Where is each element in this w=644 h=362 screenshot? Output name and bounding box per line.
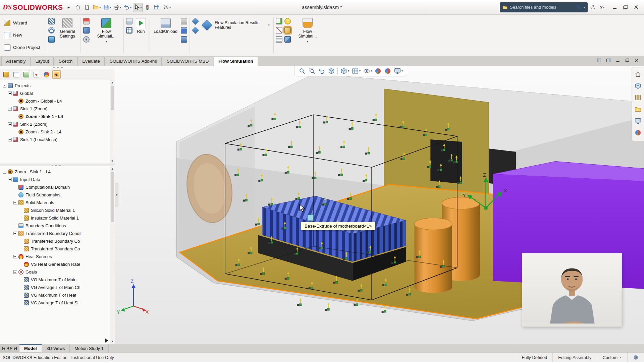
tree-expand-toggle[interactable] — [8, 138, 12, 141]
checker-icon[interactable] — [48, 18, 55, 24]
tree-item[interactable]: Zoom - Sink 2 - L4 — [1, 128, 109, 136]
tree-item[interactable]: Silicon Solid Material 1 — [1, 206, 109, 214]
tree-item[interactable]: Zoom - Global - L4 — [1, 97, 109, 105]
flow-simulation-manager-tab[interactable] — [52, 70, 61, 79]
tree-expand-toggle[interactable] — [8, 107, 12, 111]
apply-scene-button[interactable] — [384, 67, 391, 75]
pane-left-icon[interactable] — [596, 58, 602, 64]
undo-button[interactable]: ▾ — [123, 3, 132, 12]
tree-expand-toggle[interactable] — [3, 170, 6, 174]
featuremanager-tab[interactable] — [2, 70, 10, 79]
tree-item[interactable]: Sink 2 (Zoom) — [1, 120, 109, 128]
zoom-fit-button[interactable] — [299, 67, 306, 75]
tree-expand-toggle[interactable] — [13, 201, 17, 204]
batch-results-icon[interactable] — [181, 36, 187, 43]
load-unload-button[interactable]: Load/Unload — [152, 17, 179, 35]
lightbulb-icon[interactable] — [284, 18, 291, 24]
mesh-icon[interactable] — [126, 27, 132, 34]
zoom-area-button[interactable] — [308, 67, 316, 75]
gauge-icon[interactable] — [48, 27, 55, 34]
hide-show-items-button[interactable]: ▾ — [363, 67, 372, 75]
edit-appearance-button[interactable] — [374, 67, 382, 75]
results-features-button[interactable]: Flow Simulation Results Features ▾ — [201, 17, 271, 31]
tree-item[interactable]: Zoom - Sink 1 - L4 — [1, 113, 109, 120]
open-button[interactable]: ▾ — [92, 3, 102, 12]
search-icon[interactable] — [576, 5, 581, 10]
doc-restore-icon[interactable] — [625, 58, 630, 64]
analysis-scrollbar[interactable]: ▲ ▼ — [110, 166, 115, 344]
display-state-icon[interactable] — [284, 27, 291, 34]
menu-expand-arrow[interactable]: ▸ — [65, 5, 73, 10]
command-tab[interactable]: Sketch — [54, 57, 77, 66]
cubes-icon[interactable] — [284, 36, 291, 43]
tree-expand-toggle[interactable] — [13, 232, 17, 235]
tree-item[interactable]: Insulator Solid Material 1 — [1, 214, 109, 222]
bottom-tab[interactable]: Motion Study 1 — [70, 344, 109, 352]
units-selector[interactable] — [627, 353, 644, 362]
previous-tab-button[interactable] — [7, 347, 9, 350]
view-settings-button[interactable]: ▾ — [394, 67, 403, 75]
taskpane-appearances-icon[interactable] — [634, 129, 642, 138]
sign-in-button[interactable] — [588, 3, 597, 12]
chart-icon[interactable] — [276, 18, 282, 24]
panel-splitter[interactable] — [0, 164, 115, 166]
tree-expand-toggle[interactable] — [8, 92, 12, 95]
report-icon[interactable] — [276, 36, 282, 43]
doc-minimize-icon[interactable] — [615, 58, 621, 64]
scroll-down-icon[interactable]: ▼ — [110, 339, 115, 344]
propertymanager-tab[interactable] — [12, 70, 20, 79]
tree-item[interactable]: Global — [1, 89, 109, 97]
previous-view-button[interactable] — [318, 67, 325, 75]
minimize-button[interactable] — [609, 3, 620, 12]
taskpane-library-icon[interactable] — [634, 94, 642, 103]
view-orientation-button[interactable]: ▾ — [340, 67, 349, 75]
panel-collapse-arrow[interactable] — [115, 183, 118, 206]
tree-item[interactable]: Computational Domain — [1, 183, 109, 191]
taskpane-home-icon[interactable] — [634, 70, 642, 79]
tree-item[interactable]: VG Maximum T of Main — [1, 276, 109, 284]
tree-expand-toggle[interactable] — [3, 84, 6, 87]
diamond-icon[interactable] — [192, 26, 199, 34]
general-settings-button[interactable]: General Settings — [57, 17, 78, 40]
scroll-down-icon[interactable]: ▼ — [110, 159, 115, 164]
configuration-selector[interactable]: Custom▲ — [597, 353, 627, 362]
dimxpertmanager-tab[interactable] — [32, 70, 41, 79]
tree-item[interactable]: Fluid Subdomains — [1, 191, 109, 199]
save-button[interactable]: ▾ — [102, 3, 112, 12]
search-box[interactable]: Search files and models ▾ — [500, 2, 588, 12]
command-tab[interactable]: Evaluate — [77, 57, 105, 66]
print-button[interactable]: ▾ — [112, 3, 122, 12]
tree-item[interactable]: Sink 1 (LocalMesh) — [1, 136, 109, 143]
taskpane-explorer-icon[interactable] — [634, 106, 642, 114]
tree-item[interactable]: Transferred Boundary Co — [1, 237, 109, 245]
bottom-tab[interactable]: 3D Views — [42, 344, 70, 352]
select-tool-button[interactable]: ▾ — [133, 3, 143, 12]
options-button[interactable]: ▾ — [162, 3, 172, 12]
command-tab[interactable]: SOLIDWORKS MBD — [162, 57, 213, 66]
last-tab-button[interactable] — [14, 345, 17, 351]
chevron-down-icon[interactable]: ▾ — [583, 6, 585, 9]
taskpane-resources-icon[interactable] — [634, 82, 642, 91]
tree-expand-toggle[interactable] — [8, 178, 12, 181]
taskpane-palette-icon[interactable] — [634, 117, 642, 126]
tree-item[interactable]: Solid Materials — [1, 199, 109, 206]
command-tab[interactable]: Layout — [31, 57, 54, 66]
flag-icon[interactable] — [83, 18, 90, 24]
tree-expand-toggle[interactable] — [13, 270, 17, 274]
scroll-right-indicator[interactable] — [105, 339, 108, 343]
panel-collapse-handle[interactable] — [0, 66, 115, 69]
tree-item[interactable]: Sink 1 (Zoom) — [1, 105, 109, 113]
tree-item[interactable]: VS Heat Generation Rate — [1, 260, 109, 268]
tree-expand-toggle[interactable] — [13, 255, 17, 258]
flow-simulation-tree-button[interactable]: Flow Simulati... ▾ — [92, 17, 121, 44]
tree-item[interactable]: Zoom - Sink 1 - L4 — [1, 168, 109, 176]
next-tab-button[interactable] — [10, 347, 12, 350]
display-style-button[interactable]: ▾ — [352, 67, 361, 75]
maximize-button[interactable] — [620, 3, 631, 12]
command-tab[interactable]: Assembly — [1, 57, 31, 66]
tree-item[interactable]: Projects — [1, 82, 109, 89]
run-button[interactable]: Run — [135, 17, 147, 35]
scrollbar-thumb[interactable] — [111, 172, 114, 222]
viewport-3d[interactable]: Z Y X Z X Y ▾ ▾ — [115, 66, 644, 344]
tree-item[interactable]: Transferred Boundary Co — [1, 245, 109, 253]
